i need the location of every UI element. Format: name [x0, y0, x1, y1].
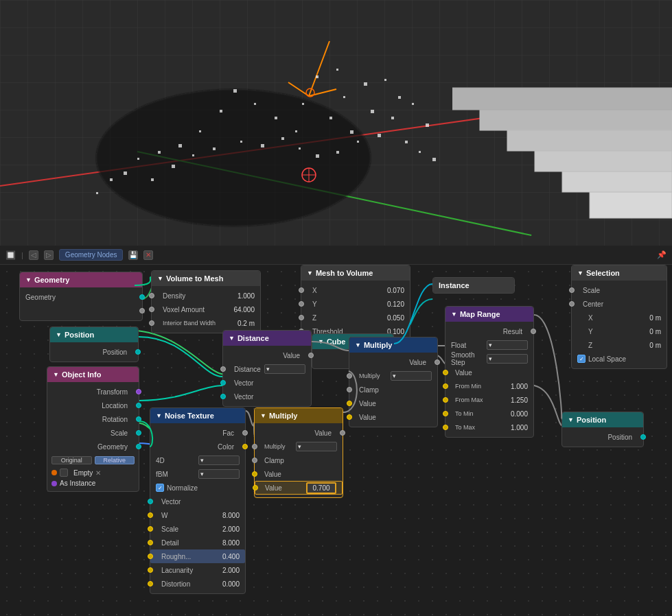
roughn-row: Roughn... 0.400 [150, 549, 245, 563]
svg-rect-32 [137, 158, 139, 160]
mr-smooth-dropdown[interactable]: ▾ [487, 354, 528, 364]
svg-rect-36 [151, 178, 154, 181]
z-row: Z 0.050 [301, 311, 410, 324]
svg-rect-35 [96, 192, 98, 194]
collapse-arrow: ▼ [25, 276, 32, 283]
m2-clamp-row: Clamp [255, 453, 343, 467]
local-space-row: ✓ Local Space [572, 352, 667, 366]
m2-multiply-row: Multiply ▾ [255, 440, 343, 453]
multiply1-body: Value Multiply ▾ Clamp Value [349, 353, 437, 427]
sy-row: Y 0 m [572, 324, 667, 338]
noise-type-dropdown[interactable]: ▾ [198, 469, 240, 479]
empty-selector: Empty ✕ [47, 467, 139, 478]
mr-from-min-row: From Min 1.000 [445, 379, 533, 393]
distance-dropdown[interactable]: ▾ [264, 364, 305, 374]
as-instance-row: As Instance [47, 478, 139, 488]
empty-x-btn[interactable]: ✕ [95, 469, 101, 477]
svg-rect-37 [172, 165, 175, 168]
mr-result-row: Result [445, 324, 533, 338]
header-btn-2[interactable]: ▷ [44, 250, 54, 260]
position2-out-socket [640, 434, 646, 440]
multiply2-header: ▼ Multiply [255, 408, 343, 423]
center-socket [569, 301, 575, 307]
normalize-checkbox[interactable]: ✓ [156, 484, 164, 492]
dist-vector2-row: Vector [223, 390, 311, 403]
mr-from-max-row: From Max 1.250 [445, 393, 533, 407]
svg-rect-44 [316, 154, 319, 158]
m2-out-socket [340, 430, 345, 436]
particle-cloud [55, 41, 439, 233]
local-space-checkbox[interactable]: ✓ [577, 355, 586, 363]
dist-vec2-socket [220, 394, 226, 399]
mr-from-max-socket [443, 397, 448, 403]
close-btn[interactable]: ✕ [143, 250, 153, 260]
multiply2-body: Value Multiply ▾ Clamp Value [255, 423, 343, 497]
map-range-header: ▼ Map Range [445, 307, 533, 322]
original-btn[interactable]: Original [51, 456, 92, 464]
multiply1-dropdown[interactable]: ▾ [391, 371, 432, 381]
multiply2-dropdown[interactable]: ▾ [296, 442, 337, 451]
3d-viewport[interactable] [0, 0, 672, 246]
position-body: Position [50, 342, 138, 362]
y-row: Y 0.120 [301, 297, 410, 311]
mr-float-dropdown[interactable]: ▾ [487, 340, 528, 350]
svg-rect-13 [364, 82, 367, 86]
position-out-row: Position [50, 345, 138, 359]
color-out-socket [242, 444, 248, 449]
editor-mode-icon[interactable]: 🔲 [5, 250, 16, 260]
m2-in-socket [252, 444, 257, 449]
svg-rect-17 [371, 110, 374, 113]
center-row: Center [572, 297, 667, 311]
svg-rect-34 [110, 178, 113, 181]
m1-val2-socket [347, 401, 352, 406]
noise-color-row: Color [150, 440, 245, 453]
svg-rect-25 [275, 117, 277, 119]
svg-rect-27 [233, 89, 237, 93]
m1-clamp-socket [347, 387, 352, 392]
obj-info-header: ▼ Object Info [47, 367, 139, 382]
svg-rect-43 [299, 147, 301, 150]
geometry-output-row: Geometry [20, 290, 142, 304]
transform-row: Transform [47, 385, 139, 399]
obj-info-body: Transform Location Rotation Scale Geomet… [47, 382, 139, 491]
normalize-row: ✓ Normalize [150, 481, 245, 495]
distance-body: Value Distance ▾ Vector Vector [223, 346, 311, 406]
mr-value-row: Value [445, 366, 533, 379]
svg-rect-39 [213, 147, 216, 150]
node-editor: 🔲 | ◁ ▷ Geometry Nodes 💾 ✕ 📌 [0, 246, 672, 616]
mr-float-row: Float ▾ [445, 338, 533, 352]
svg-rect-20 [426, 123, 429, 127]
geometry-nodes-tab[interactable]: Geometry Nodes [59, 249, 124, 261]
noise-dim-dropdown[interactable]: ▾ [198, 455, 240, 465]
mr-to-max-row: To Max 1.000 [445, 420, 533, 434]
relative-btn[interactable]: Relative [95, 456, 135, 464]
oi-scale-socket [136, 430, 141, 436]
noise-scale-row: Scale 2.000 [150, 522, 245, 536]
svg-rect-0 [590, 191, 672, 218]
distortion-socket [148, 581, 153, 587]
noise-texture-node: ▼ Noise Texture Fac Color 4D ▾ fBM [150, 407, 246, 594]
geometry-extra-row [20, 304, 142, 318]
svg-rect-41 [261, 144, 264, 147]
distance-header: ▼ Distance [223, 331, 311, 346]
density-in-socket [149, 293, 154, 298]
xyz-header: ▼ Mesh to Volume [301, 265, 410, 281]
dist-vector1-row: Vector [223, 376, 311, 390]
distance-node: ▼ Distance Value Distance ▾ Vector [222, 330, 312, 407]
mr-from-min-socket [443, 383, 448, 389]
multiply2-value-input[interactable] [306, 482, 336, 494]
svg-rect-14 [384, 79, 386, 81]
lacunarity-socket [148, 567, 153, 573]
m1-val2-row: Value [349, 396, 437, 410]
m1-value-out: Value [349, 355, 437, 369]
transform-socket [136, 389, 141, 394]
save-btn[interactable]: 💾 [128, 250, 138, 260]
x-row: X 0.070 [301, 283, 410, 297]
selection-node: ▼ Selection Scale Center X 0 m Y [571, 265, 667, 369]
empty-checkbox[interactable] [60, 469, 68, 477]
pin-icon[interactable]: 📌 [657, 250, 667, 259]
header-btn-1[interactable]: ◁ [29, 250, 38, 260]
svg-rect-1 [562, 170, 672, 192]
instance-dot [51, 481, 57, 486]
svg-rect-19 [412, 103, 414, 105]
